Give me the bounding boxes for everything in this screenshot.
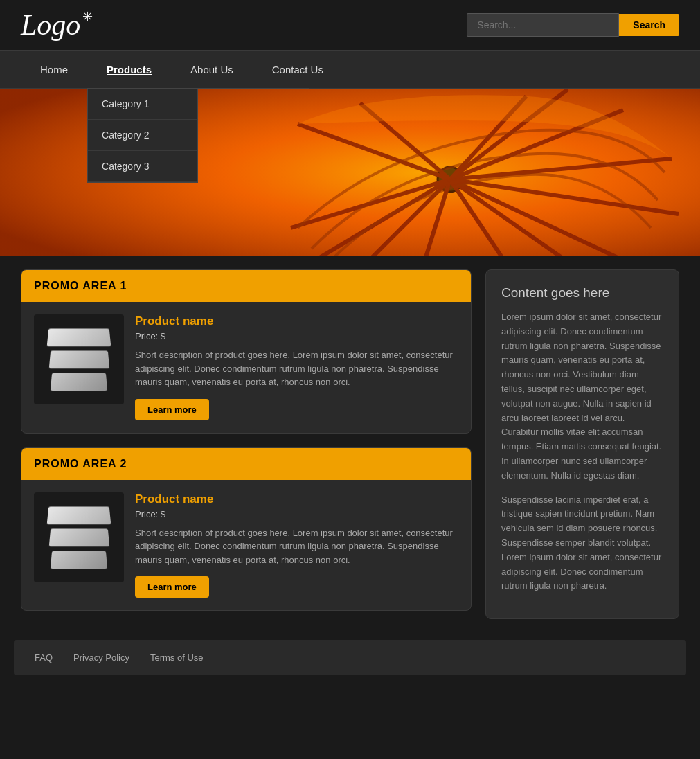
promo-2-product-name: Product name [135, 492, 458, 506]
nav-link-home[interactable]: Home [21, 51, 87, 88]
stack-layer-1 [47, 329, 111, 347]
promo-2-body: Product name Price: $ Short description … [21, 480, 471, 611]
products-dropdown: Category 1 Category 2 Category 3 [87, 88, 198, 183]
main-content: PROMO AREA 1 Product name Price: $ Short… [0, 256, 700, 633]
header: Logo Search [0, 0, 700, 50]
nav-list: Home Products Category 1 Category 2 Cate… [0, 51, 700, 88]
stack-layer-3 [51, 373, 107, 391]
content-paragraph-2: Suspendisse lacinia imperdiet erat, a tr… [501, 493, 663, 594]
promo-2-price: Price: $ [135, 509, 458, 519]
footer-faq-link[interactable]: FAQ [35, 652, 53, 663]
nav-item-contact[interactable]: Contact Us [253, 51, 343, 88]
promo-area-1: PROMO AREA 1 Product name Price: $ Short… [21, 269, 472, 434]
nav-link-about[interactable]: About Us [171, 51, 253, 88]
footer-terms-link[interactable]: Terms of Use [150, 652, 204, 663]
content-box-title: Content goes here [501, 285, 663, 301]
nav-item-about[interactable]: About Us [171, 51, 253, 88]
content-box: Content goes here Lorem ipsum dolor sit … [485, 269, 679, 619]
promo-1-description: Short description of product goes here. … [135, 348, 458, 389]
stack-layer-4 [47, 506, 111, 524]
category-3-link[interactable]: Category 3 [88, 151, 197, 182]
promo-2-header: PROMO AREA 2 [21, 448, 471, 480]
promo-2-learn-more-button[interactable]: Learn more [135, 576, 209, 598]
promo-1-learn-more-button[interactable]: Learn more [135, 399, 209, 420]
promo-2-product-info: Product name Price: $ Short description … [135, 492, 458, 598]
promo-2-image [34, 492, 124, 582]
footer-privacy-link[interactable]: Privacy Policy [73, 652, 129, 663]
nav-link-products[interactable]: Products [87, 51, 171, 88]
promo-1-image [34, 314, 124, 404]
footer: FAQ Privacy Policy Terms of Use [14, 640, 686, 675]
promo-2-title: PROMO AREA 2 [34, 458, 127, 470]
promo-1-header: PROMO AREA 1 [21, 270, 471, 302]
nav-item-home[interactable]: Home [21, 51, 87, 88]
search-input[interactable] [467, 13, 619, 37]
nav-link-contact[interactable]: Contact Us [253, 51, 343, 88]
nav-item-products[interactable]: Products Category 1 Category 2 Category … [87, 51, 171, 88]
category-1-link[interactable]: Category 1 [88, 89, 197, 120]
logo: Logo [21, 10, 80, 39]
promo-1-product-info: Product name Price: $ Short description … [135, 314, 458, 420]
promo-1-body: Product name Price: $ Short description … [21, 302, 471, 433]
category-2-link[interactable]: Category 2 [88, 120, 197, 151]
left-column: PROMO AREA 1 Product name Price: $ Short… [21, 269, 472, 619]
stack-layer-6 [51, 551, 107, 569]
content-paragraph-1: Lorem ipsum dolor sit amet, consectetur … [501, 310, 663, 483]
product-2-stack-icon [48, 506, 110, 569]
search-button[interactable]: Search [619, 14, 679, 36]
promo-1-title: PROMO AREA 1 [34, 280, 127, 292]
right-column: Content goes here Lorem ipsum dolor sit … [485, 269, 679, 619]
footer-links: FAQ Privacy Policy Terms of Use [35, 652, 665, 663]
promo-2-description: Short description of product goes here. … [135, 526, 458, 567]
product-1-stack-icon [48, 328, 110, 391]
stack-layer-5 [48, 528, 109, 546]
promo-1-product-name: Product name [135, 314, 458, 328]
search-bar: Search [467, 13, 679, 37]
stack-layer-2 [48, 351, 109, 369]
promo-1-price: Price: $ [135, 331, 458, 341]
promo-area-2: PROMO AREA 2 Product name Price: $ Short… [21, 447, 472, 611]
navbar: Home Products Category 1 Category 2 Cate… [0, 50, 700, 89]
